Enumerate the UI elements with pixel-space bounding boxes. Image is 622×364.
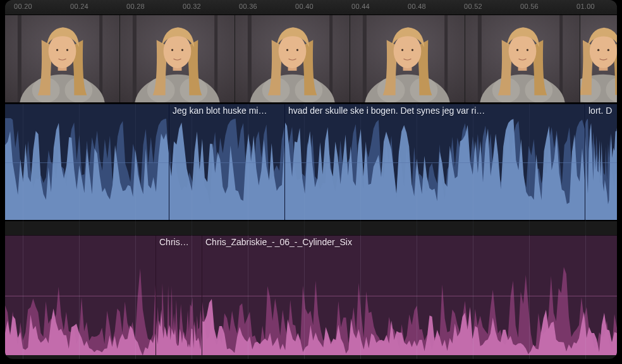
video-thumbnail[interactable]	[465, 15, 580, 102]
clip-label: Chris…	[159, 237, 189, 247]
svg-rect-22	[329, 15, 332, 102]
track-gap	[5, 221, 617, 235]
ruler-tick: 00.48	[408, 3, 426, 10]
video-track[interactable]	[5, 15, 617, 104]
video-thumbnail[interactable]	[350, 15, 465, 102]
svg-point-27	[279, 34, 307, 68]
timeline-window[interactable]: 00.2000.2400.2800.3200.3600.4000.4400.48…	[5, 0, 617, 359]
time-ruler[interactable]: 00.2000.2400.2800.3200.3600.4000.4400.48…	[5, 0, 617, 15]
ruler-tick: 00.52	[464, 3, 482, 10]
svg-point-59	[607, 49, 609, 51]
svg-point-28	[286, 49, 288, 51]
ruler-tick: 01.00	[576, 3, 595, 10]
svg-point-47	[509, 34, 537, 68]
svg-point-37	[394, 34, 422, 68]
ruler-tick: 00.40	[295, 3, 314, 10]
waveform	[5, 118, 169, 220]
clip-label: lort. D	[588, 106, 612, 116]
ruler-tick: 00.32	[183, 3, 201, 10]
ruler-tick: 00.36	[239, 3, 257, 10]
svg-rect-2	[99, 15, 102, 102]
svg-rect-41	[478, 15, 482, 102]
svg-point-29	[296, 49, 298, 51]
ruler-tick: 00.20	[14, 3, 32, 10]
ruler-tick: 00.56	[520, 3, 539, 10]
music-audio-track[interactable]: Chris…Chris_Zabriskie_-_06_-_Cylinder_Si…	[5, 235, 617, 355]
svg-point-17	[164, 34, 192, 68]
waveform-midline	[5, 162, 617, 163]
svg-point-48	[516, 49, 518, 51]
video-thumbnail[interactable]	[120, 15, 235, 102]
video-thumbnail[interactable]	[235, 15, 350, 102]
svg-rect-1	[18, 15, 21, 102]
waveform	[5, 250, 156, 355]
ruler-tick: 00.44	[351, 3, 370, 10]
waveform	[156, 250, 202, 355]
waveform	[202, 250, 617, 355]
dialogue-audio-track[interactable]: Jeg kan blot huske mi…hvad der skulle sk…	[5, 104, 617, 221]
video-thumbnail[interactable]	[580, 15, 617, 102]
svg-point-39	[412, 49, 413, 51]
svg-rect-11	[133, 15, 137, 102]
clip-label: Chris_Zabriskie_-_06_-_Cylinder_Six	[205, 237, 352, 247]
svg-point-49	[527, 49, 528, 51]
svg-rect-42	[559, 15, 563, 102]
svg-point-7	[49, 34, 76, 68]
svg-point-19	[181, 49, 183, 51]
video-thumbnail[interactable]	[5, 15, 120, 102]
ruler-tick: 00.24	[70, 3, 88, 10]
svg-rect-32	[444, 15, 448, 102]
svg-point-9	[66, 49, 68, 51]
svg-point-38	[401, 49, 403, 51]
clip-label: Jeg kan blot huske mi…	[173, 106, 267, 116]
waveform	[169, 118, 284, 220]
svg-point-57	[590, 35, 617, 68]
svg-point-58	[597, 49, 599, 51]
ruler-tick: 00.28	[126, 3, 145, 10]
svg-point-18	[171, 49, 173, 51]
svg-rect-21	[248, 15, 252, 102]
svg-rect-31	[363, 15, 367, 102]
clip-label: hvad der skulle ske i bogen. Det synes j…	[288, 106, 485, 116]
waveform	[284, 118, 585, 220]
waveform	[585, 118, 617, 220]
svg-point-8	[56, 49, 58, 51]
waveform-midline	[5, 296, 617, 296]
svg-rect-12	[214, 15, 217, 102]
